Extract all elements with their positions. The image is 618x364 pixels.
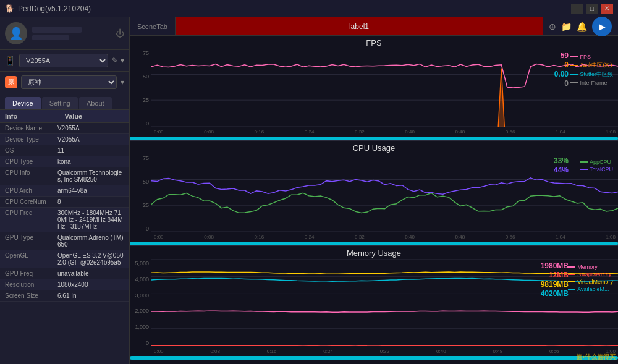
legend-item: Jank中区(次): [570, 61, 613, 69]
y-tick: 1,000: [135, 324, 149, 330]
main-layout: 👤 ⏻ 📱 V2055A ✎ ▾ 原 原神: [0, 17, 618, 364]
x-tick: 1:08: [606, 234, 616, 240]
row-label: CPU CoreNum: [5, 198, 57, 205]
user-section: 👤 ⏻: [0, 17, 129, 50]
x-tick: 0:40: [436, 349, 446, 354]
x-axis: 0:000:080:160:240:320:400:480:561:041:08: [151, 127, 618, 137]
legend-color: [568, 281, 575, 282]
legend-color: [570, 82, 578, 83]
legend-color: [580, 161, 588, 163]
tab-setting[interactable]: Setting: [42, 97, 78, 109]
row-value: 8: [57, 198, 124, 205]
table-row: OpenGL OpenGL ES 3.2 V@0502.0 (GIT@02e24…: [0, 250, 129, 268]
x-tick: 0:08: [210, 349, 220, 354]
table-row: Device Name V2055A: [0, 123, 129, 134]
scene-tab-title: label1: [176, 17, 543, 35]
legend-color: [568, 266, 575, 268]
row-value: V2055A: [57, 136, 124, 143]
app-select[interactable]: 原神: [21, 75, 117, 89]
title-bar-text: 🐕 PerfDog(v5.1.210204): [5, 4, 91, 13]
x-tick: 1:04: [556, 129, 565, 135]
scene-tab-label: SceneTab: [130, 17, 176, 35]
y-axis: 7550250: [130, 154, 151, 242]
legend-item: SwapMemory: [568, 271, 613, 277]
chart-legend: AppCPU TotalCPU: [580, 159, 613, 172]
y-tick: 0: [146, 340, 149, 346]
chart-title: Memory Usage: [130, 246, 618, 259]
row-value: Qualcomm Adreno (TM) 650: [57, 234, 124, 248]
scene-action-locate[interactable]: ⊕: [549, 22, 556, 32]
chart-body: 7550250 0:000:080:160:240:320:400:480:56…: [130, 154, 618, 242]
chart-svg: [151, 154, 618, 232]
chart-scrollbar[interactable]: [130, 242, 618, 245]
scene-action-folder[interactable]: 📁: [561, 22, 572, 32]
legend-label: Memory: [577, 264, 598, 270]
maximize-button[interactable]: □: [586, 4, 598, 14]
device-edit-button[interactable]: ✎: [112, 56, 118, 65]
x-tick: 0:00: [154, 349, 164, 354]
window-controls[interactable]: — □ ✕: [571, 4, 613, 14]
content-area: SceneTab label1 ⊕ 📁 🔔 ▶ FPS 7550250 0:00…: [130, 17, 618, 364]
header-value: Value: [65, 112, 125, 120]
row-value: 11: [57, 147, 124, 154]
row-value: OpenGL ES 3.2 V@0502.0 (GIT@02e24b95a5: [57, 252, 124, 266]
x-tick: 0:16: [255, 234, 265, 240]
row-label: CPU Arch: [5, 187, 57, 194]
legend-item: Memory: [568, 264, 613, 270]
device-dropdown-button[interactable]: ▾: [121, 56, 124, 65]
legend-label: Stutter中区频: [580, 70, 613, 78]
info-rows: Device Name V2055A Device Type V2055A OS…: [0, 123, 129, 302]
legend-color: [570, 56, 578, 57]
app-selector-row: 原 原神 ▾: [0, 72, 129, 93]
current-value: 0.00: [554, 70, 569, 78]
header-info: Info: [5, 112, 65, 120]
device-icon: 📱: [5, 56, 15, 66]
legend-label: FPS: [580, 54, 591, 60]
current-value: 59: [561, 51, 569, 60]
user-tag: [32, 35, 69, 40]
tab-buttons: Device Setting About: [5, 97, 124, 109]
legend-label: VirtualMemory: [577, 279, 613, 285]
minimize-button[interactable]: —: [571, 4, 583, 14]
y-tick: 25: [143, 97, 149, 103]
legend-label: TotalCPU: [590, 166, 613, 172]
row-value: arm64-v8a: [57, 187, 124, 194]
chart-svg: [151, 49, 618, 127]
app-dropdown-button[interactable]: ▾: [121, 78, 124, 87]
device-select[interactable]: V2055A: [19, 54, 108, 67]
legend-item: AvailableM...: [568, 286, 613, 292]
power-icon[interactable]: ⏻: [116, 28, 124, 38]
x-tick: 0:56: [506, 129, 515, 135]
info-table-header: Info Value: [0, 110, 129, 123]
x-tick: 0:48: [455, 129, 465, 135]
row-value: 300MHz - 1804MHz 710MHz - 2419MHz 844MHz…: [57, 210, 124, 230]
chart-title: CPU Usage: [130, 141, 618, 154]
y-tick: 2,000: [135, 308, 149, 314]
tab-device[interactable]: Device: [5, 97, 41, 109]
chart-scrollbar[interactable]: [130, 137, 618, 140]
legend-color: [570, 74, 578, 75]
x-tick: 0:00: [154, 234, 164, 240]
charts-area: FPS 7550250 0:000:080:160:240:320:400:48…: [130, 36, 618, 364]
legend-color: [568, 289, 575, 290]
scene-action-notify[interactable]: 🔔: [577, 22, 587, 32]
legend-item: FPS: [570, 54, 613, 60]
app-title: PerfDog(v5.1.210204): [18, 4, 91, 13]
row-value: kona: [57, 158, 124, 165]
tab-about[interactable]: About: [79, 97, 112, 109]
chart-scrollbar[interactable]: [130, 356, 618, 360]
y-tick: 5,000: [135, 260, 149, 266]
legend-color: [568, 274, 575, 275]
current-value: 9819MB: [541, 280, 569, 289]
current-value: 12MB: [549, 271, 569, 279]
play-button[interactable]: ▶: [592, 17, 612, 36]
current-value: 33%: [554, 156, 569, 165]
row-label: CPU Info: [5, 169, 57, 183]
x-tick: 1:08: [606, 129, 616, 135]
y-axis: 7550250: [130, 49, 151, 137]
close-button[interactable]: ✕: [601, 4, 613, 14]
scrollbar-track: [130, 356, 618, 360]
y-tick: 25: [143, 202, 149, 208]
chart-values: 1980MB 12MB 9819MB 4020MB: [541, 261, 569, 298]
device-selector-row: 📱 V2055A ✎ ▾: [0, 50, 129, 72]
